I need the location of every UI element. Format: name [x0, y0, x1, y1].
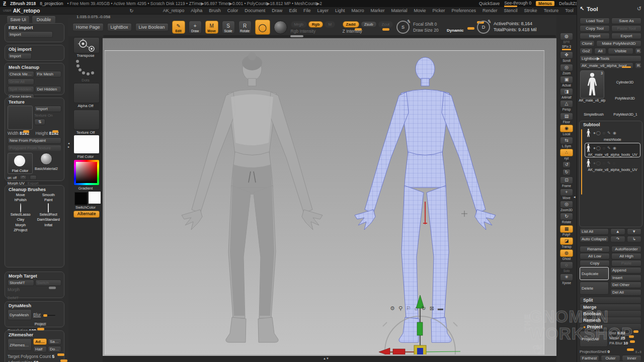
bpr-button[interactable]: ◍ BPR [559, 33, 574, 44]
dynamesh-project-button[interactable]: Project [33, 322, 47, 326]
menu-item[interactable]: Picker [433, 8, 445, 13]
mesh-cleanup-button[interactable]: Grow All [8, 78, 34, 85]
shelf-scrollbar[interactable] [103, 35, 556, 37]
texture-on-button[interactable]: Texture On [34, 113, 61, 118]
adapt-button[interactable]: Adapt [33, 338, 47, 345]
menu-item[interactable]: Render [482, 8, 498, 13]
rgb-intensity-slider[interactable]: Rgb Intensity [291, 29, 339, 34]
del-other-button[interactable]: Del Other [610, 282, 641, 288]
menu-item[interactable]: Marker [370, 8, 384, 13]
list-all-button[interactable]: List All [580, 228, 609, 235]
project-section[interactable]: ●Project [580, 323, 641, 330]
gizmo-reset-icon[interactable]: ↻ [421, 305, 426, 312]
persp-button[interactable]: △ Persp [559, 100, 574, 111]
load-tool-button[interactable]: Load Tool [580, 18, 610, 24]
zoom3d-button[interactable]: ◎ Zoom3D [559, 201, 574, 212]
menu-item[interactable]: Edit [289, 8, 297, 13]
actual-button[interactable]: ▣ Actual [559, 76, 574, 87]
subtool-item[interactable]: ●◯ ◌ ✎ ◉ AK_male_v8_alpha_boots_UV [585, 143, 640, 157]
scene-3d[interactable] [105, 51, 544, 354]
mesh-cleanup-button[interactable]: Split Hidden [8, 86, 34, 93]
menu-item[interactable]: Tool [565, 8, 574, 13]
gizmo-x-arrow[interactable] [379, 348, 390, 354]
menu-item[interactable]: Preferences [452, 8, 476, 13]
ghost-button[interactable]: ◍ Ghost [559, 249, 574, 260]
brush-button[interactable]: Inflat [36, 223, 62, 227]
onoff-toggle[interactable]: on: off [8, 176, 17, 179]
current-brush-button[interactable]: ◯ [255, 20, 270, 35]
draw-size-slider[interactable]: Draw Size 20 Dynamic [413, 28, 473, 33]
main-color-swatch[interactable] [74, 192, 88, 205]
move-button[interactable]: + Move [559, 189, 574, 200]
save-ui-button[interactable]: Save Ui [7, 16, 30, 24]
alternate-button[interactable]: Alternate [73, 211, 100, 218]
menu-item[interactable]: Texture [544, 8, 559, 13]
secondary-color-swatch[interactable] [88, 191, 101, 204]
menu-item[interactable]: Stroke [524, 8, 537, 13]
active-tool-name-button[interactable]: AK_male_v8_alpha_boots_U [580, 62, 633, 69]
split-section[interactable]: Split [580, 297, 641, 304]
storemt-button[interactable]: StoreMT [8, 280, 34, 286]
lightbox-button[interactable]: LightBox [107, 23, 132, 31]
polyf-button[interactable]: ▦ PolyF [559, 225, 574, 236]
projection-shell-slider[interactable]: ProjectionShell 0 [580, 349, 634, 354]
fbx-import-button[interactable]: Import [8, 31, 53, 38]
dots-stroke-tile[interactable] [73, 58, 100, 78]
basic-material-sphere[interactable] [40, 153, 52, 165]
texture-height-slider[interactable]: Height 8192 [36, 131, 62, 136]
lightbox-tools-button[interactable]: Lightbox▶Tools [580, 55, 641, 62]
subtool-bwd-button[interactable]: ↳ [627, 236, 642, 242]
scroll-button[interactable]: ✥ Scroll [559, 51, 574, 62]
zadd-button[interactable]: Zadd [343, 21, 359, 28]
mean-slider[interactable]: Mean 25 [609, 336, 641, 340]
gizmo-gear-icon[interactable]: ⚙ [390, 305, 395, 312]
duplicate-button[interactable]: Duplicate [580, 267, 609, 280]
brush-button[interactable]: ZProject [8, 228, 34, 232]
menu-item[interactable]: Macro [351, 8, 364, 13]
blur-slider[interactable]: Blur [33, 312, 55, 317]
gizmo-center-dot[interactable] [417, 348, 423, 354]
pa-blur-slider[interactable]: PA Blur 10 [609, 341, 641, 345]
texture-thumbnail[interactable] [8, 106, 33, 130]
zsub-button[interactable]: Zsub [361, 21, 377, 28]
subtool-scrollbar[interactable] [581, 129, 582, 195]
brush-button[interactable]: Smooth [36, 193, 62, 197]
make-polymesh3d-button[interactable]: Make PolyMesh3D [596, 40, 641, 47]
subtool-down-button[interactable]: ▼ [627, 228, 642, 235]
target-polygons-slider[interactable]: Target Polygons Count 5 [8, 354, 61, 359]
gizmo-home-icon[interactable]: ⌂ [415, 305, 418, 312]
rotate-button[interactable]: ↻ Rotate [559, 213, 574, 224]
subtool-toggle-icons[interactable]: ●◯ ◌ ✎ ◌ [593, 161, 616, 165]
gizmo-pin-icon[interactable]: ⚲ [398, 305, 403, 312]
gizmo-x-handle[interactable] [393, 349, 405, 354]
switch-button[interactable]: Switch [35, 280, 62, 286]
export-button[interactable]: Export [611, 33, 641, 39]
delete-button[interactable]: Delete [580, 282, 609, 295]
brush-button[interactable]: hPolish [8, 198, 34, 202]
current-material-sphere[interactable] [274, 21, 287, 34]
texture-import-button[interactable]: Import [34, 106, 61, 112]
z-intensity-slider[interactable]: Z Intensity [343, 29, 391, 34]
goz-button[interactable]: GoZ [580, 48, 593, 54]
menu-item[interactable]: AK_retopo [163, 8, 185, 13]
remesh-section[interactable]: Remesh [580, 317, 641, 324]
gizmo-y-handle[interactable] [417, 322, 423, 335]
subtool-fwd-button[interactable]: ↷ [610, 236, 625, 242]
all-high-button[interactable]: All High [611, 253, 641, 259]
merge-section[interactable]: Merge [580, 304, 641, 311]
refresh-ui-icon[interactable]: ↻ [129, 8, 133, 14]
paste-tool-button[interactable]: Paste Tool [611, 25, 641, 32]
project-all-button[interactable]: ProjectAll [580, 331, 608, 347]
del-all-button[interactable]: Del All [610, 289, 641, 296]
panel-history-icon[interactable]: ↺ [637, 6, 641, 12]
m-button[interactable]: M [325, 21, 335, 28]
morph-slider[interactable]: Morph [8, 287, 61, 292]
edit-mode-button[interactable]: ✎ Edit [172, 21, 185, 34]
brush-button[interactable]: DamStandard [36, 218, 62, 222]
new-from-polypaint-button[interactable]: New From Polypaint [8, 137, 61, 144]
tool-r-button[interactable]: R [635, 62, 641, 69]
menu-item[interactable]: Material [391, 8, 407, 13]
live-boolean-button[interactable]: Live Boolean [135, 23, 169, 31]
scale-mode-button[interactable]: S Scale [222, 21, 235, 34]
subtool-toggle-icons[interactable]: ●◯ ◌ ✎ ◉ [593, 131, 617, 135]
